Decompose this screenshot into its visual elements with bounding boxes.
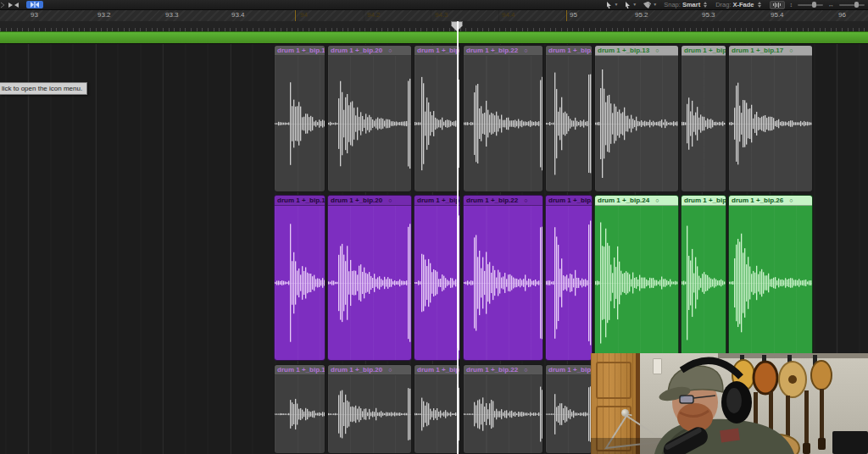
ruler-tick-label: 94.2 xyxy=(367,11,381,19)
audio-region[interactable]: drum 1 +_bip.22○ xyxy=(463,364,543,454)
loop-icon: ○ xyxy=(655,197,659,203)
ruler-tick-label: 95.3 xyxy=(702,11,715,19)
crossfade-icon[interactable] xyxy=(8,1,19,8)
vertical-zoom-slider[interactable] xyxy=(798,4,823,6)
region-name: drum 1 +_bip.23 xyxy=(546,46,592,56)
snap-label: Snap: xyxy=(664,1,681,8)
loop-icon: ○ xyxy=(524,367,527,373)
region-name: drum 1 +_bip.23 xyxy=(546,196,592,206)
drag-value: X-Fade xyxy=(732,1,754,8)
region-name: drum 1 +_bip.22○ xyxy=(464,196,542,206)
cycle-highlight[interactable] xyxy=(295,9,567,21)
ruler-tick-label: 94.4 xyxy=(502,11,515,19)
door-panel xyxy=(596,362,632,399)
tooltip: lick to open the icon menu. xyxy=(0,82,87,95)
horizontal-zoom-slider[interactable] xyxy=(839,4,865,6)
region-name: drum 1 +_bip.26○ xyxy=(729,196,812,206)
region-name: drum 1 +_bip.13○ xyxy=(595,46,678,56)
drag-menu[interactable]: Drag: X-Fade xyxy=(715,1,762,8)
toolbar-right: ▼ ▼ ▼ Snap: Smart Drag: X-Fade ↕ xyxy=(606,1,868,9)
region-name: drum 1 +_bip.21 xyxy=(415,196,459,206)
region-name: drum 1 +_bip.21 xyxy=(415,46,459,56)
audio-region[interactable]: drum 1 +_bip.22○ xyxy=(463,195,543,361)
drag-stepper-icon xyxy=(758,2,761,8)
audio-region[interactable]: drum 1 +_bip.24○ xyxy=(594,195,679,361)
cycle-region-bar[interactable] xyxy=(0,31,868,44)
waveform-zoom-button[interactable] xyxy=(770,1,785,9)
audio-region[interactable]: drum 1 +_bip.19 xyxy=(274,45,326,192)
waveform xyxy=(546,56,592,191)
waveform xyxy=(464,206,542,360)
waveform xyxy=(682,56,726,191)
waveform xyxy=(328,206,411,360)
flex-mode-button[interactable] xyxy=(26,1,43,8)
audio-region[interactable]: drum 1 +_bip.20○ xyxy=(327,195,412,361)
region-name: drum 1 +_bip.21 xyxy=(415,365,459,375)
waveform xyxy=(595,206,678,360)
vertical-zoom-icon: ↕ xyxy=(790,2,793,8)
playhead-line[interactable] xyxy=(457,21,459,454)
waveform xyxy=(464,56,542,191)
waveform xyxy=(415,375,459,453)
region-name: drum 1 +_bip.25 xyxy=(682,196,726,206)
waveform xyxy=(275,375,325,453)
waveform xyxy=(682,206,726,360)
region-name: drum 1 +_bip.17○ xyxy=(729,46,812,56)
drag-label: Drag: xyxy=(715,1,731,8)
region-name: drum 1 +_bip.15 xyxy=(682,46,726,56)
bar-ruler[interactable]: 9393.293.393.49494.294.394.49595.295.395… xyxy=(0,9,868,22)
logic-arrange-window: ▼ ▼ ▼ Snap: Smart Drag: X-Fade ↕ xyxy=(0,0,868,454)
region-name: drum 1 +_bip.22○ xyxy=(464,365,542,375)
audio-region[interactable]: drum 1 +_bip.23 xyxy=(545,195,593,361)
audio-region[interactable]: drum 1 +_bip.21 xyxy=(414,195,460,361)
person xyxy=(637,353,824,454)
region-name: drum 1 +_bip.19 xyxy=(275,46,325,56)
audio-region[interactable]: drum 1 +_bip.15 xyxy=(681,45,726,192)
audio-region[interactable]: drum 1 +_bip.25 xyxy=(681,195,726,361)
ruler-tick-label: 93.2 xyxy=(97,11,111,19)
audio-region[interactable]: drum 1 +_bip.17○ xyxy=(728,45,813,192)
ruler-tick-label: 94.3 xyxy=(435,11,448,19)
snap-menu[interactable]: Snap: Smart xyxy=(664,1,709,8)
horizontal-zoom-icon: ↔ xyxy=(828,2,834,8)
waveform xyxy=(464,375,542,453)
loop-icon: ○ xyxy=(789,47,793,53)
pointer-tool-menu[interactable]: ▼ xyxy=(606,2,618,8)
audio-region[interactable]: drum 1 +_bip.21 xyxy=(414,364,460,454)
audio-region[interactable]: drum 1 +_bip.23 xyxy=(545,364,593,454)
waveform xyxy=(729,56,812,191)
region-name: drum 1 +_bip.22○ xyxy=(464,46,542,56)
waveform xyxy=(415,206,459,360)
webcam-overlay xyxy=(591,353,868,454)
loop-icon: ○ xyxy=(789,197,793,203)
audio-region[interactable]: drum 1 +_bip.26○ xyxy=(728,195,813,361)
waveform xyxy=(328,375,411,453)
loop-icon: ○ xyxy=(388,47,392,53)
audio-region[interactable]: drum 1 +_bip.21 xyxy=(414,45,460,192)
region-name: drum 1 +_bip.20○ xyxy=(328,196,411,206)
audio-region[interactable]: drum 1 +_bip.19 xyxy=(274,195,326,361)
ruler-tick-label: 95.2 xyxy=(635,11,648,19)
audio-region[interactable]: drum 1 +_bip.22○ xyxy=(463,45,543,192)
audio-region[interactable]: drum 1 +_bip.20○ xyxy=(327,364,412,454)
waveform xyxy=(275,206,325,360)
loop-icon: ○ xyxy=(388,367,392,373)
waveform xyxy=(729,206,812,360)
ruler-tick-label: 95.4 xyxy=(771,11,784,19)
command-click-tool-menu[interactable]: ▼ xyxy=(625,2,637,8)
region-name: drum 1 +_bip.20○ xyxy=(328,46,411,56)
audio-region[interactable]: drum 1 +_bip.20○ xyxy=(327,45,412,192)
waveform xyxy=(275,56,325,191)
loop-icon: ○ xyxy=(524,47,527,53)
region-name: drum 1 +_bip.24○ xyxy=(595,196,678,206)
region-name: drum 1 +_bip.23 xyxy=(546,365,592,375)
waveform xyxy=(546,375,592,453)
toolbar: ▼ ▼ ▼ Snap: Smart Drag: X-Fade ↕ xyxy=(0,0,868,10)
audio-region[interactable]: drum 1 +_bip.23 xyxy=(545,45,593,192)
ruler-tick-label: 93.3 xyxy=(165,11,179,19)
right-click-tool-menu[interactable]: ▼ xyxy=(643,2,657,8)
snap-value: Smart xyxy=(682,1,700,8)
dark-equipment xyxy=(832,431,868,454)
audio-region[interactable]: drum 1 +_bip.19 xyxy=(274,364,326,454)
audio-region[interactable]: drum 1 +_bip.13○ xyxy=(594,45,679,192)
